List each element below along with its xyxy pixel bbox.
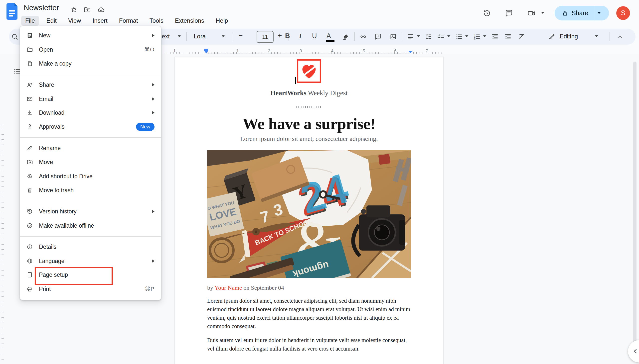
menu-item-open[interactable]: Open ⌘O [20, 43, 161, 56]
comments-icon[interactable] [505, 9, 513, 18]
menu-item-new[interactable]: New [20, 28, 161, 42]
increase-font-size-button[interactable]: + [278, 32, 282, 40]
checklist-dropdown-icon[interactable] [447, 36, 450, 37]
menu-item-make-available-offline[interactable]: Make available offline [20, 219, 161, 232]
star-icon[interactable] [70, 6, 78, 14]
version-history-icon[interactable] [483, 9, 491, 18]
menu-item-add-shortcut-to-drive[interactable]: Add shortcut to Drive [20, 169, 161, 183]
offline-check-icon [27, 222, 33, 229]
byline: by Your Name on September 04 [207, 284, 411, 291]
menu-item-email[interactable]: Email [20, 92, 161, 106]
video-call-icon[interactable] [527, 9, 536, 18]
document-page[interactable]: HeartWorks Weekly Digest We have a surpr… [174, 56, 444, 364]
add-comment-button[interactable] [374, 33, 382, 40]
clear-formatting-button[interactable] [518, 33, 525, 40]
font-dropdown-icon[interactable] [222, 36, 225, 37]
align-dropdown-icon[interactable] [417, 36, 420, 37]
video-call-dropdown-icon[interactable] [541, 12, 544, 14]
menu-item-download[interactable]: Download [20, 106, 161, 120]
share-button-label: Share [572, 10, 588, 17]
vertical-scrollbar-thumb[interactable] [633, 62, 636, 357]
menu-item-share[interactable]: Share [20, 78, 161, 92]
styles-dropdown-icon[interactable] [178, 36, 181, 37]
heart-logo-image[interactable] [297, 59, 321, 83]
underline-button[interactable]: U [312, 32, 317, 40]
ruler-number: 4 [331, 48, 333, 54]
byline-author[interactable]: Your Name [215, 284, 242, 291]
heart-icon [298, 60, 320, 82]
menu-item-rename[interactable]: Rename [20, 141, 161, 155]
move-folder-icon[interactable] [83, 6, 91, 14]
google-docs-window: Newsletter File Edit View Insert Format … [0, 0, 639, 364]
editing-mode-dropdown[interactable]: Editing [560, 33, 578, 40]
docs-logo-icon[interactable] [7, 3, 19, 20]
menu-insert[interactable]: Insert [89, 16, 112, 26]
body-paragraph-2: Duis autem vel eum iriure dolor in hendr… [207, 336, 411, 353]
bold-button[interactable]: B [285, 32, 290, 40]
menu-help[interactable]: Help [212, 16, 232, 26]
ruler-number: 1 [173, 48, 175, 54]
italic-button[interactable]: I [299, 32, 302, 40]
menu-view[interactable]: View [64, 16, 85, 26]
menu-item-approvals[interactable]: Approvals New [20, 120, 161, 134]
decrease-font-size-button[interactable]: − [238, 32, 243, 40]
new-document-icon [27, 32, 33, 39]
font-size-input[interactable]: 11 [257, 31, 274, 43]
bulleted-list-button[interactable] [455, 33, 463, 40]
first-line-indent-marker[interactable] [204, 48, 208, 51]
menu-format[interactable]: Format [115, 16, 142, 26]
menu-tools[interactable]: Tools [145, 16, 167, 26]
document-title[interactable]: Newsletter [24, 4, 59, 12]
menu-item-move-to-trash[interactable]: Move to trash [20, 183, 161, 197]
checklist-button[interactable] [437, 33, 445, 40]
byline-prefix: by [207, 284, 215, 291]
line-spacing-button[interactable] [425, 33, 432, 40]
menu-item-print[interactable]: Print ⌘P [20, 282, 161, 296]
menu-divider [20, 236, 161, 236]
article-photo[interactable]: 24 24 24 Y [207, 150, 411, 278]
increase-indent-button[interactable] [504, 33, 512, 40]
avatar[interactable]: S [616, 6, 630, 20]
ruler-number: 1 [236, 48, 239, 54]
search-icon[interactable] [11, 33, 19, 40]
highlight-color-button[interactable] [342, 33, 349, 40]
right-indent-marker[interactable] [408, 51, 412, 53]
header-bar: Newsletter File Edit View Insert Format … [0, 0, 639, 26]
left-indent-marker[interactable] [204, 51, 208, 53]
insert-link-button[interactable] [359, 33, 367, 40]
submenu-arrow-icon [152, 210, 154, 213]
share-divider [594, 6, 594, 20]
insert-image-button[interactable] [389, 33, 397, 40]
trash-icon [27, 187, 33, 194]
menu-item-page-setup[interactable]: Page setup [20, 268, 161, 282]
menu-item-version-history[interactable]: Version history [20, 204, 161, 218]
ruler-number: 3 [300, 48, 302, 54]
bulleted-list-dropdown-icon[interactable] [465, 36, 468, 37]
hide-menus-chevron-icon[interactable] [616, 33, 624, 40]
menu-item-language[interactable]: Language [20, 254, 161, 268]
new-badge: New [136, 123, 154, 131]
share-button[interactable]: Share [555, 6, 609, 20]
font-family-dropdown[interactable]: Lora [194, 33, 206, 40]
decrease-indent-button[interactable] [491, 33, 499, 40]
editing-mode-pencil-icon[interactable] [548, 33, 556, 40]
menu-edit[interactable]: Edit [43, 16, 61, 26]
editing-mode-dropdown-icon[interactable] [595, 36, 598, 37]
toolbar-divider [233, 32, 233, 41]
newsletter-logo[interactable] [297, 59, 321, 83]
brand-line: HeartWorks Weekly Digest [207, 89, 411, 97]
menu-extensions[interactable]: Extensions [171, 16, 208, 26]
align-button[interactable] [407, 33, 414, 40]
paragraph-styles-dropdown[interactable]: ext [162, 33, 170, 40]
share-dropdown-icon[interactable] [597, 12, 600, 14]
text-color-button[interactable]: A [326, 32, 331, 40]
menu-item-details[interactable]: Details [20, 240, 161, 254]
cloud-status-icon[interactable] [97, 6, 105, 14]
numbered-list-dropdown-icon[interactable] [483, 36, 486, 37]
menu-file[interactable]: File [21, 16, 39, 26]
menu-item-make-a-copy[interactable]: Make a copy [20, 56, 161, 70]
file-menu-dropdown: New Open ⌘O Make a copy Share [20, 26, 161, 300]
numbered-list-button[interactable]: 123 [473, 33, 481, 40]
menu-item-move[interactable]: Move [20, 155, 161, 169]
byline-date: on September 04 [242, 284, 284, 291]
